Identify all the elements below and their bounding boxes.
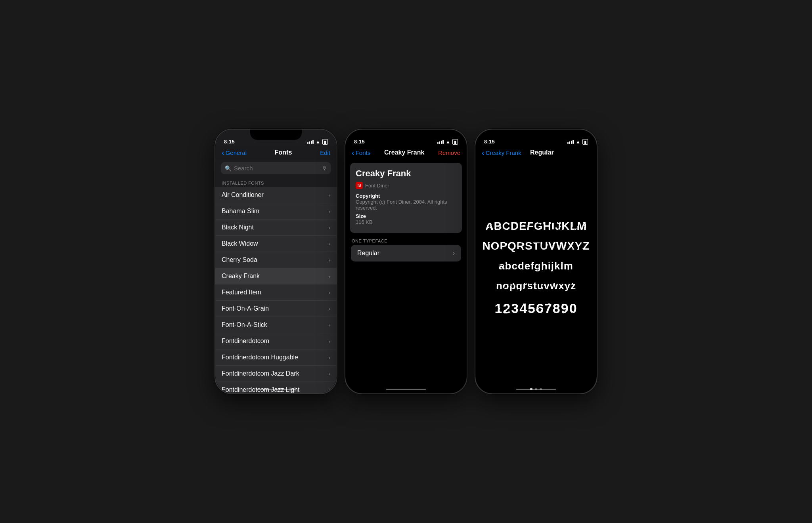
remove-button[interactable]: Remove: [438, 149, 460, 156]
chevron-featured-item: ›: [329, 290, 330, 296]
font-name-featured-item: Featured Item: [222, 289, 261, 296]
search-icon: 🔍: [225, 165, 232, 172]
phone-2: 8:15 ▲ ▮ Fonts Creak: [345, 129, 467, 394]
signal-bars-2: [437, 140, 444, 144]
phone-3-content: 8:15 ▲ ▮ Creaky Frank: [475, 130, 597, 393]
font-item-fontdinerdotcom-jazz-dark[interactable]: Fontdinerdotcom Jazz Dark ›: [215, 366, 337, 382]
chevron-creaky-frank: ›: [329, 273, 330, 279]
phone-1-content[interactable]: 8:15 ▲ ▮ General Fon: [215, 130, 337, 393]
back-chevron-2: [352, 149, 354, 157]
font-name-fontdinerdotcom-huggable: Fontdinerdotcom Huggable: [222, 354, 298, 361]
preview-line-5: 1234567890: [494, 301, 577, 316]
battery-icon-3: ▮: [582, 139, 588, 145]
font-item-black-night[interactable]: Black Night ›: [215, 220, 337, 236]
font-item-air-conditioner[interactable]: Air Conditioner ›: [215, 187, 337, 203]
font-list: Air Conditioner › Bahama Slim › Black Ni…: [215, 187, 337, 393]
font-name-fontdinerdotcom-jazz-dark: Fontdinerdotcom Jazz Dark: [222, 370, 299, 377]
edit-button[interactable]: Edit: [320, 149, 330, 156]
phone-3: 8:15 ▲ ▮ Creaky Frank: [475, 129, 598, 394]
back-button-general[interactable]: General: [222, 149, 247, 157]
wifi-icon-2: ▲: [446, 139, 450, 145]
font-item-fontdinerdotcom[interactable]: Fontdinerdotcom ›: [215, 333, 337, 349]
back-label-2: Fonts: [356, 149, 371, 156]
chevron-air-conditioner: ›: [329, 192, 330, 198]
chevron-black-widow: ›: [329, 241, 330, 247]
font-item-fontdinerdotcom-huggable[interactable]: Fontdinerdotcom Huggable ›: [215, 349, 337, 366]
size-value: 116 KB: [356, 219, 456, 225]
font-preview-area: ABCDEFGHIJKLM NOPQRSTUVWXYZ abcdefghijkl…: [475, 160, 597, 385]
copyright-label: Copyright: [356, 193, 456, 199]
font-detail-name: Creaky Frank: [356, 168, 456, 179]
nav-bar-1: General Fonts Edit: [215, 146, 337, 160]
typeface-header: ONE TYPEFACE: [351, 236, 461, 245]
font-source-icon: fd: [356, 182, 363, 189]
preview-line-3: abcdefghijklm: [499, 260, 573, 272]
signal-bar-2-3: [441, 141, 442, 144]
chevron-fontdinerdotcom-jazz-dark: ›: [329, 371, 330, 377]
wifi-icon-3: ▲: [576, 139, 580, 145]
status-icons-3: ▲ ▮: [567, 139, 588, 145]
font-name-black-night: Black Night: [222, 224, 254, 231]
back-label-3: Creaky Frank: [486, 149, 521, 156]
status-icons-1: ▲ ▮: [307, 139, 328, 145]
font-source-row: fd Font Diner: [356, 182, 456, 189]
chevron-cherry-soda: ›: [329, 257, 330, 263]
back-button-fonts[interactable]: Fonts: [352, 149, 370, 157]
font-item-fontdinerdotcom-jazz-light[interactable]: Fontdinerdotcom Jazz Light ›: [215, 382, 337, 393]
font-item-creaky-frank[interactable]: Creaky Frank ›: [215, 268, 337, 284]
phone-1: 8:15 ▲ ▮ General Fon: [214, 129, 337, 394]
chevron-font-on-a-grain: ›: [329, 306, 330, 312]
wifi-icon: ▲: [316, 139, 320, 145]
back-label-1: General: [226, 149, 247, 156]
back-chevron-3: [482, 149, 485, 157]
font-preview-svg: ABCDEFGHIJKLM NOPQRSTUVWXYZ abcdefghijkl…: [479, 208, 594, 335]
signal-bar-3: [311, 141, 312, 144]
preview-line-1: ABCDEFGHIJKLM: [485, 220, 587, 232]
chevron-fontdinerdotcom-huggable: ›: [329, 355, 330, 361]
search-input[interactable]: [234, 165, 320, 172]
preview-line-2: NOPQRSTUVWXYZ: [482, 240, 590, 252]
font-item-cherry-soda[interactable]: Cherry Soda ›: [215, 252, 337, 268]
font-name-font-on-a-grain: Font-On-A-Grain: [222, 305, 269, 312]
chevron-black-night: ›: [329, 225, 330, 231]
signal-bar-3-2: [569, 141, 570, 144]
nav-title-3: Regular: [530, 149, 554, 156]
notch-1: [250, 130, 302, 140]
phone-3-screen: 8:15 ▲ ▮ Creaky Frank: [475, 130, 597, 393]
notch-3: [510, 130, 562, 140]
signal-bar-3-3: [571, 141, 572, 144]
search-bar[interactable]: 🔍 🎙: [221, 162, 331, 174]
phone-1-screen: 8:15 ▲ ▮ General Fon: [215, 130, 337, 393]
signal-bar-3-4: [573, 140, 574, 144]
font-name-air-conditioner: Air Conditioner: [222, 191, 264, 199]
size-row: Size 116 KB: [356, 213, 456, 225]
chevron-regular: ›: [453, 250, 455, 257]
font-item-font-on-a-stick[interactable]: Font-On-A-Stick ›: [215, 317, 337, 333]
chevron-fontdinerdotcom: ›: [329, 338, 330, 344]
home-indicator-2: [386, 389, 426, 390]
font-item-black-widow[interactable]: Black Widow ›: [215, 236, 337, 252]
nav-title-2: Creaky Frank: [384, 149, 424, 156]
copyright-row: Copyright Copyright (c) Font Diner, 2004…: [356, 193, 456, 211]
home-indicator-1: [256, 389, 296, 390]
typeface-item-regular[interactable]: Regular ›: [351, 245, 461, 262]
signal-bar-2: [309, 141, 310, 144]
font-detail-card: Creaky Frank fd Font Diner Copyright Cop…: [350, 163, 462, 233]
status-time-1: 8:15: [224, 139, 235, 145]
typeface-section: ONE TYPEFACE Regular ›: [351, 236, 461, 262]
back-button-creaky-frank[interactable]: Creaky Frank: [482, 149, 521, 157]
nav-bar-3: Creaky Frank Regular: [475, 146, 597, 160]
signal-bar-2-1: [437, 142, 439, 144]
font-item-font-on-a-grain[interactable]: Font-On-A-Grain ›: [215, 301, 337, 317]
phone-2-screen: 8:15 ▲ ▮ Fonts Creak: [345, 130, 467, 393]
phone-2-content[interactable]: 8:15 ▲ ▮ Fonts Creak: [345, 130, 467, 393]
font-item-bahama-slim[interactable]: Bahama Slim ›: [215, 203, 337, 220]
font-item-featured-item[interactable]: Featured Item ›: [215, 284, 337, 301]
status-time-2: 8:15: [354, 139, 365, 145]
signal-bars-3: [567, 140, 574, 144]
font-name-bahama-slim: Bahama Slim: [222, 208, 259, 215]
signal-bar-2-4: [442, 140, 444, 144]
battery-icon-2: ▮: [452, 139, 458, 145]
typeface-name-regular: Regular: [357, 250, 379, 257]
font-name-black-widow: Black Widow: [222, 240, 258, 247]
